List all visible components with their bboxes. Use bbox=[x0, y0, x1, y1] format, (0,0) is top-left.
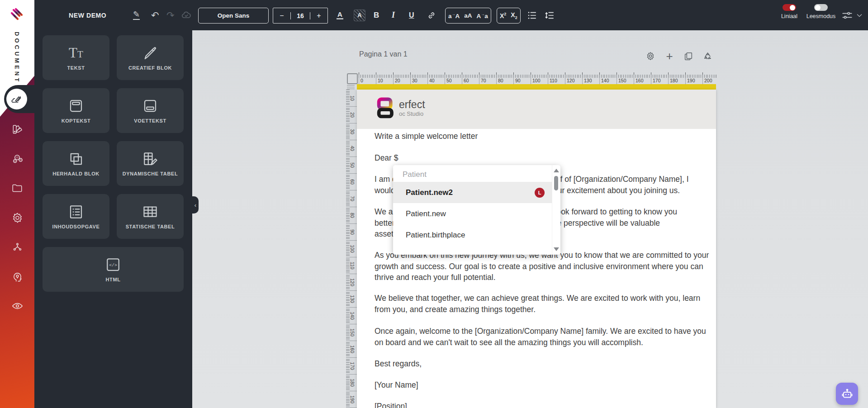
italic-button[interactable]: I bbox=[392, 0, 395, 30]
letter-paragraph[interactable]: Once again, welcome to the [Organization… bbox=[375, 326, 716, 348]
table-of-contents-icon bbox=[68, 203, 84, 220]
hruler-number: 10 bbox=[376, 78, 393, 84]
brand-stripes-icon bbox=[8, 5, 26, 24]
block-tile-herhaald[interactable]: HERHAALD BLOK bbox=[43, 141, 109, 186]
hruler-number: 60 bbox=[462, 78, 479, 84]
vertical-ruler[interactable]: 1020304050607080901001101201301401501601… bbox=[346, 90, 357, 408]
letter-paragraph[interactable]: Best regards, bbox=[375, 358, 716, 370]
letter-paragraph[interactable]: We believe that together, we can achieve… bbox=[375, 293, 716, 315]
link-button[interactable] bbox=[427, 0, 436, 30]
vruler-number: 70 bbox=[350, 196, 355, 201]
vruler-number: 160 bbox=[350, 345, 355, 353]
collapse-panel-tab[interactable]: ‹ bbox=[192, 196, 199, 213]
ruler-toggle[interactable]: Liniaal bbox=[775, 4, 803, 19]
merge-field-search-input[interactable]: Patient bbox=[403, 170, 549, 179]
scroll-down-arrow-icon[interactable] bbox=[554, 247, 559, 251]
sidebar-item-design[interactable] bbox=[6, 89, 27, 109]
sidebar-item-integrations[interactable] bbox=[0, 241, 34, 252]
readmode-toggle[interactable]: Leesmodus bbox=[803, 4, 839, 19]
bold-button[interactable]: B bbox=[374, 0, 379, 30]
superscript-button[interactable]: X2 bbox=[500, 12, 506, 19]
decrease-font-button[interactable]: − bbox=[273, 12, 290, 20]
hruler-minor-ticks bbox=[359, 75, 718, 78]
sidebar-item-settings[interactable] bbox=[0, 212, 34, 224]
font-size-value[interactable]: 16 bbox=[290, 12, 310, 19]
letter-paragraph[interactable]: Write a simple welcome letter bbox=[375, 131, 716, 142]
assistant-button[interactable] bbox=[836, 383, 858, 405]
app-logo[interactable] bbox=[0, 0, 34, 29]
block-tile-koptekst[interactable]: KOPTEKST bbox=[43, 88, 109, 133]
duplicate-page-button[interactable] bbox=[683, 50, 694, 62]
vruler-cell: 190 bbox=[346, 391, 357, 408]
text-color-button[interactable]: A bbox=[337, 0, 343, 30]
underline-button[interactable]: U bbox=[409, 0, 414, 30]
text-block-icon: TT bbox=[69, 44, 83, 62]
sidebar-item-ai[interactable] bbox=[0, 270, 34, 283]
block-tile-stattab[interactable]: STATISCHE TABEL bbox=[117, 194, 184, 239]
lowercase-transform-icon[interactable]: A→a bbox=[477, 12, 488, 19]
block-tile-dyntab[interactable]: DYNAMISCHE TABEL bbox=[117, 141, 184, 186]
increase-font-button[interactable]: + bbox=[310, 12, 327, 20]
block-drag-handle[interactable] bbox=[347, 85, 355, 90]
readmode-toggle-switch[interactable] bbox=[814, 4, 828, 11]
page-settings-button[interactable] bbox=[645, 50, 656, 62]
block-tile-label: VOETTEKST bbox=[134, 118, 166, 124]
svg-text:O: O bbox=[16, 156, 18, 159]
uppercase-transform-icon[interactable]: a→A bbox=[448, 12, 460, 19]
horizontal-ruler[interactable]: 0102030405060708090100110120130140150160… bbox=[357, 72, 719, 84]
sliders-icon bbox=[841, 9, 853, 21]
dynamic-table-icon bbox=[142, 150, 158, 167]
block-tile-inhoud[interactable]: INHOUDSOPGAVE bbox=[43, 194, 109, 239]
case-transform-icon[interactable]: aA bbox=[464, 12, 472, 19]
dropdown-scrollbar[interactable] bbox=[552, 165, 560, 255]
view-options-button[interactable] bbox=[841, 0, 853, 30]
sidebar-section-label: DOCUMENT bbox=[14, 32, 20, 84]
letter-paragraph[interactable]: Dear $ bbox=[375, 152, 716, 164]
vruler-cell: 90 bbox=[346, 223, 357, 241]
recycle-page-button[interactable] bbox=[702, 50, 713, 62]
merge-field-option-label: Patient.birthplace bbox=[406, 231, 465, 240]
brand-name: erfect bbox=[399, 100, 425, 110]
scroll-up-arrow-icon[interactable] bbox=[554, 169, 559, 172]
vruler-cell: 10 bbox=[346, 90, 357, 107]
sidebar-item-files[interactable] bbox=[0, 182, 34, 194]
scrollbar-thumb[interactable] bbox=[554, 176, 558, 190]
vruler-cell: 70 bbox=[346, 190, 357, 207]
redo-button[interactable]: ↷ bbox=[166, 0, 175, 30]
rename-button[interactable]: ✎ bbox=[133, 0, 140, 30]
add-page-button[interactable]: + bbox=[664, 50, 675, 62]
block-tile-voettekst[interactable]: VOETTEKST bbox=[117, 88, 184, 133]
document-canvas: ‹ Pagina 1 van 1 + bbox=[192, 30, 868, 408]
vruler-cell: 170 bbox=[346, 357, 357, 375]
block-tile-html[interactable]: </>HTML bbox=[43, 247, 184, 292]
highlight-color-button[interactable]: A bbox=[354, 0, 365, 30]
page-header-band[interactable]: erfect oc Studio bbox=[357, 90, 716, 129]
block-tile-creatief[interactable]: CREATIEF BLOK bbox=[117, 35, 184, 80]
undo-button[interactable]: ↶ bbox=[151, 0, 159, 30]
bullet-list-button[interactable] bbox=[527, 0, 537, 30]
merge-field-option[interactable]: Patient.new bbox=[393, 203, 552, 224]
text-color-icon: A bbox=[337, 11, 343, 19]
sidebar-item-data-model[interactable]: O H H bbox=[0, 153, 34, 165]
sidebar-item-preview[interactable] bbox=[0, 300, 34, 312]
merge-field-option[interactable]: Patient.new2L bbox=[393, 182, 552, 203]
letter-paragraph[interactable]: [Position] bbox=[375, 401, 716, 408]
eye-icon bbox=[11, 300, 24, 312]
sidebar-item-styles[interactable] bbox=[0, 123, 34, 135]
line-spacing-button[interactable] bbox=[545, 0, 555, 30]
font-family-select[interactable]: Open Sans bbox=[198, 8, 269, 24]
ruler-toggle-switch[interactable] bbox=[783, 4, 796, 11]
toggle-knob bbox=[790, 5, 795, 10]
block-tile-label: INHOUDSOPGAVE bbox=[52, 223, 100, 230]
block-tile-tekst[interactable]: TTTEKST bbox=[43, 35, 109, 80]
redo-icon: ↷ bbox=[166, 10, 175, 21]
letter-paragraph[interactable]: [Your Name] bbox=[375, 380, 716, 391]
svg-text:H: H bbox=[19, 159, 21, 161]
network-nodes-icon bbox=[12, 241, 23, 252]
hruler-number: 200 bbox=[702, 78, 720, 84]
vruler-cell: 110 bbox=[346, 257, 357, 274]
subscript-button[interactable]: X2 bbox=[511, 11, 517, 20]
letter-paragraph[interactable]: As you embark on this new journey with u… bbox=[375, 250, 716, 283]
collapse-toolbar-button[interactable] bbox=[856, 0, 863, 30]
merge-field-option[interactable]: Patient.birthplace bbox=[393, 224, 552, 246]
